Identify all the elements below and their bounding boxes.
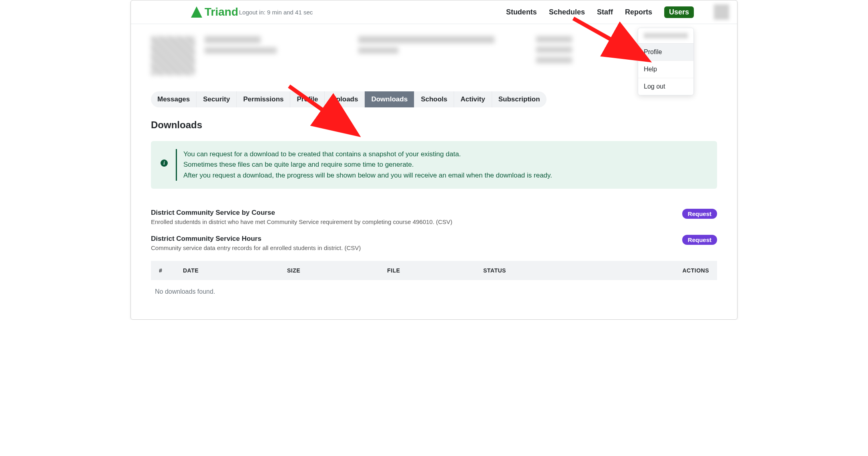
tab-profile[interactable]: Profile [290, 91, 325, 107]
tab-activity[interactable]: Activity [454, 91, 492, 107]
download-title: District Community Service by Course [151, 209, 452, 217]
tab-messages[interactable]: Messages [151, 91, 197, 107]
tab-permissions[interactable]: Permissions [237, 91, 290, 107]
col-file: FILE [387, 267, 483, 274]
notice-line-1: You can request for a download to be cre… [183, 149, 552, 159]
downloads-table-header: # DATE SIZE FILE STATUS ACTIONS [151, 261, 717, 280]
nav-reports[interactable]: Reports [625, 8, 652, 16]
request-button[interactable]: Request [682, 235, 717, 245]
user-dropdown: Profile Help Log out [638, 28, 694, 95]
download-title: District Community Service Hours [151, 235, 361, 243]
request-button[interactable]: Request [682, 209, 717, 219]
download-option: District Community Service by Course Enr… [151, 209, 717, 225]
page-title: Downloads [151, 119, 717, 131]
dropdown-logout[interactable]: Log out [638, 78, 693, 95]
user-tabs: Messages Security Permissions Profile Up… [151, 91, 547, 107]
tab-security[interactable]: Security [197, 91, 237, 107]
main-nav: Students Schedules Staff Reports Users [506, 4, 729, 20]
download-desc: Community service data entry records for… [151, 244, 361, 251]
brand-name: Triand [205, 6, 238, 18]
dropdown-help[interactable]: Help [638, 61, 693, 78]
user-details-block [358, 36, 494, 58]
download-desc: Enrolled studentds in district who have … [151, 218, 452, 225]
tab-subscription[interactable]: Subscription [492, 91, 547, 107]
info-icon: i [161, 159, 168, 167]
annotation-arrow-1 [283, 80, 371, 144]
notice-line-3: After you request a download, the progre… [183, 170, 552, 181]
nav-schedules[interactable]: Schedules [549, 8, 585, 16]
col-number: # [159, 267, 183, 274]
dropdown-user-name [638, 28, 693, 44]
nav-students[interactable]: Students [506, 8, 537, 16]
empty-state: No downloads found. [151, 280, 717, 303]
col-status: STATUS [483, 267, 603, 274]
logout-timer: Logout in: 9 min and 41 sec [239, 9, 313, 16]
download-option: District Community Service Hours Communi… [151, 235, 717, 251]
nav-users[interactable]: Users [664, 6, 694, 18]
user-meta-block [536, 36, 572, 67]
tab-uploads[interactable]: Uploads [325, 91, 365, 107]
user-avatar[interactable] [714, 4, 729, 20]
tab-schools[interactable]: Schools [414, 91, 454, 107]
user-photo [151, 36, 195, 75]
user-name-block [205, 36, 277, 58]
header: Triand Logout in: 9 min and 41 sec Stude… [131, 0, 737, 24]
info-notice: i You can request for a download to be c… [151, 141, 717, 189]
triangle-icon [191, 6, 202, 18]
notice-line-2: Sometimes these files can be quite large… [183, 159, 552, 170]
col-actions: ACTIONS [603, 267, 709, 274]
tab-downloads[interactable]: Downloads [365, 91, 414, 107]
col-date: DATE [183, 267, 287, 274]
user-info-panel [151, 36, 717, 75]
dropdown-profile[interactable]: Profile [638, 44, 693, 61]
col-size: SIZE [287, 267, 387, 274]
nav-staff[interactable]: Staff [597, 8, 613, 16]
brand-logo[interactable]: Triand [191, 6, 238, 18]
